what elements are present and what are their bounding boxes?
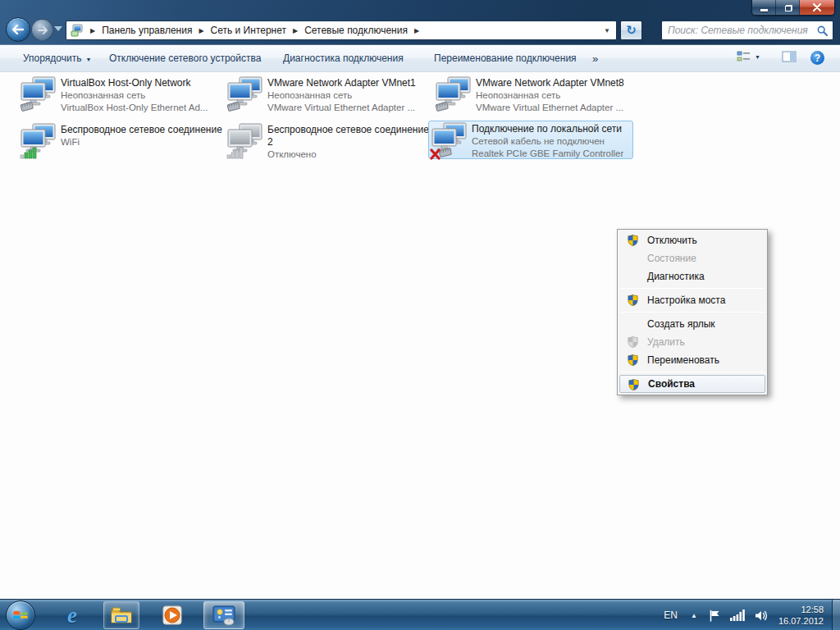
close-button[interactable] bbox=[800, 0, 834, 15]
refresh-button[interactable]: ↻ bbox=[620, 21, 642, 40]
connection-tile-wifi1[interactable]: Беспроводное сетевое соединение WiFi bbox=[18, 122, 223, 162]
wireless-adapter-disabled-icon bbox=[226, 123, 268, 161]
network-folder-icon bbox=[71, 24, 84, 37]
network-signal-icon[interactable] bbox=[730, 609, 745, 621]
uac-shield-icon bbox=[628, 378, 640, 391]
breadcrumb-arrow-icon[interactable]: ▶ bbox=[84, 27, 102, 34]
restore-button[interactable] bbox=[776, 0, 800, 15]
back-button[interactable] bbox=[6, 17, 30, 42]
system-tray: EN ▲ bbox=[664, 600, 840, 630]
wired-adapter-disconnected-icon bbox=[430, 122, 472, 160]
volume-icon[interactable] bbox=[755, 609, 769, 622]
breadcrumb-arrow-icon[interactable]: ▶ bbox=[286, 27, 304, 34]
menu-separator bbox=[620, 372, 765, 372]
menu-label: Настройка моста bbox=[647, 294, 725, 306]
taskbar-network-connections-button[interactable] bbox=[203, 601, 244, 629]
control-panel-icon bbox=[212, 605, 236, 626]
preview-pane-icon bbox=[782, 51, 797, 62]
taskbar-mediaplayer-button[interactable] bbox=[154, 601, 190, 629]
connection-device: VirtualBox Host-Only Ethernet Ad... bbox=[61, 102, 225, 114]
connection-name: VMware Network Adapter VMnet8 bbox=[476, 77, 640, 89]
minimize-button[interactable] bbox=[752, 0, 776, 15]
minimize-icon bbox=[760, 9, 768, 11]
menu-label: Удалить bbox=[647, 336, 685, 348]
preview-pane-button[interactable] bbox=[782, 51, 797, 62]
help-icon: ? bbox=[810, 51, 824, 65]
organize-dropdown-icon: ▼ bbox=[85, 57, 91, 62]
forward-arrow-icon bbox=[37, 26, 48, 34]
organize-label: Упорядочить bbox=[23, 52, 81, 64]
back-arrow-icon bbox=[11, 25, 25, 34]
menu-item-create-shortcut[interactable]: Создать ярлык bbox=[619, 315, 765, 333]
connection-status: Неопознанная сеть bbox=[267, 89, 431, 102]
menu-label: Отключить bbox=[647, 235, 697, 246]
connection-tile-wifi2[interactable]: Беспроводное сетевое соединение 2 Отключ… bbox=[225, 122, 430, 162]
connection-device: Realtek PCIe GBE Family Controller bbox=[472, 148, 636, 160]
views-dropdown-icon: ▼ bbox=[755, 54, 760, 60]
help-button[interactable]: ? bbox=[810, 51, 824, 65]
show-hidden-icons-button[interactable]: ▲ bbox=[691, 612, 697, 619]
menu-label: Состояние bbox=[647, 253, 696, 264]
taskbar-clock[interactable]: 12:58 16.07.2012 bbox=[778, 604, 824, 627]
window-titlebar: ▶ Панель управления ▶ Сеть и Интернет ▶ … bbox=[0, 0, 840, 45]
action-center-flag-icon[interactable] bbox=[709, 609, 720, 622]
taskbar-explorer-button[interactable] bbox=[103, 601, 139, 629]
menu-item-delete[interactable]: Удалить bbox=[619, 333, 765, 351]
refresh-icon: ↻ bbox=[626, 23, 637, 38]
menu-item-disable[interactable]: Отключить bbox=[619, 231, 765, 249]
breadcrumb-network-connections[interactable]: Сетевые подключения bbox=[304, 25, 408, 36]
address-bar[interactable]: ▶ Панель управления ▶ Сеть и Интернет ▶ … bbox=[66, 21, 617, 40]
menu-item-diagnose[interactable]: Диагностика bbox=[619, 267, 765, 285]
breadcrumb-arrow-icon[interactable]: ▶ bbox=[192, 27, 210, 34]
change-view-button[interactable]: ▼ bbox=[737, 51, 760, 63]
connection-tile-virtualbox[interactable]: VirtualBox Host-Only Network Неопознанна… bbox=[18, 75, 223, 115]
connection-name: Подключение по локальной сети bbox=[472, 123, 636, 135]
menu-item-properties[interactable]: Свойства bbox=[619, 375, 765, 393]
restore-icon bbox=[785, 6, 792, 11]
search-box[interactable]: Поиск: Сетевые подключения bbox=[661, 21, 833, 40]
organize-button[interactable]: Упорядочить▼ bbox=[23, 52, 91, 64]
breadcrumb-network-internet[interactable]: Сеть и Интернет bbox=[211, 25, 286, 36]
internet-explorer-icon: e bbox=[67, 603, 77, 628]
connection-status: Сетевой кабель не подключен bbox=[472, 135, 636, 148]
folder-icon bbox=[110, 605, 133, 625]
breadcrumb-control-panel[interactable]: Панель управления bbox=[102, 25, 192, 36]
connection-tile-lan-selected[interactable]: Подключение по локальной сети Сетевой ка… bbox=[428, 121, 633, 159]
taskbar-ie-button[interactable]: e bbox=[54, 601, 90, 629]
recent-pages-dropdown[interactable] bbox=[54, 26, 62, 31]
connection-device: VMware Virtual Ethernet Adapter ... bbox=[476, 102, 640, 114]
connection-status: Отключено bbox=[267, 148, 431, 161]
command-toolbar: Упорядочить▼ Отключение сетевого устройс… bbox=[0, 45, 840, 72]
clock-time: 12:58 bbox=[778, 604, 824, 615]
connection-name: VMware Network Adapter VMnet1 bbox=[267, 77, 431, 89]
rename-connection-button[interactable]: Переименование подключения bbox=[434, 52, 577, 64]
breadcrumb-arrow-icon[interactable]: ▶ bbox=[408, 27, 426, 34]
connection-tile-vmnet1[interactable]: VMware Network Adapter VMnet1 Неопознанн… bbox=[225, 75, 430, 115]
desktop-screen: ▶ Панель управления ▶ Сеть и Интернет ▶ … bbox=[0, 0, 840, 630]
wired-adapter-icon bbox=[434, 76, 477, 114]
connection-device: VMware Virtual Ethernet Adapter ... bbox=[267, 102, 431, 114]
caption-buttons bbox=[751, 0, 835, 16]
views-icon bbox=[737, 51, 751, 63]
menu-item-status[interactable]: Состояние bbox=[619, 249, 765, 267]
connection-tile-vmnet8[interactable]: VMware Network Adapter VMnet8 Неопознанн… bbox=[433, 75, 638, 115]
forward-button[interactable] bbox=[31, 19, 53, 41]
connection-name: Беспроводное сетевое соединение 2 bbox=[267, 124, 431, 148]
address-history-dropdown[interactable]: ▼ bbox=[598, 21, 616, 39]
diagnose-connection-button[interactable]: Диагностика подключения bbox=[283, 52, 404, 64]
menu-item-rename[interactable]: Переименовать bbox=[619, 351, 765, 369]
language-indicator[interactable]: EN bbox=[664, 609, 678, 621]
start-button[interactable] bbox=[6, 600, 35, 630]
show-desktop-button[interactable] bbox=[832, 600, 840, 630]
connection-status: Неопознанная сеть bbox=[61, 89, 225, 102]
search-icon[interactable] bbox=[812, 25, 833, 36]
connection-name: VirtualBox Host-Only Network bbox=[61, 77, 225, 89]
disconnected-x-icon bbox=[431, 150, 439, 158]
menu-label: Переименовать bbox=[647, 354, 719, 366]
disable-device-button[interactable]: Отключение сетевого устройства bbox=[109, 52, 261, 64]
toolbar-overflow-button[interactable]: » bbox=[592, 52, 598, 65]
clock-date: 16.07.2012 bbox=[778, 615, 824, 627]
uac-shield-icon bbox=[627, 234, 639, 247]
menu-item-bridge[interactable]: Настройка моста bbox=[619, 291, 765, 309]
windows-logo-icon bbox=[12, 607, 29, 623]
